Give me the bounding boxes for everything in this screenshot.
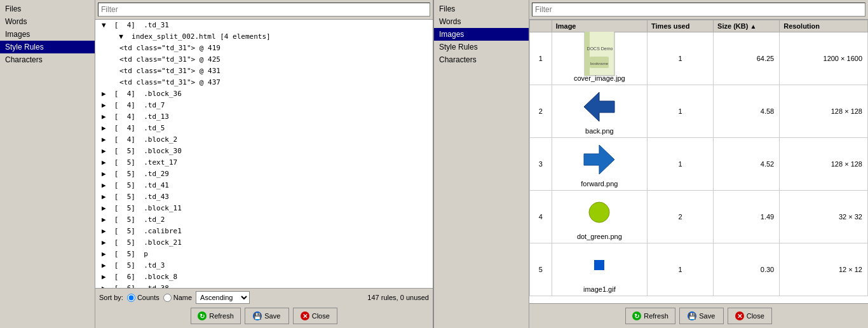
sort-name-radio[interactable] (163, 294, 172, 302)
right-close-button[interactable]: ✕ Close (728, 308, 772, 324)
sort-counts-label[interactable]: Counts (127, 294, 159, 302)
right-button-bar: ↻ Refresh 💾 Save ✕ Close (533, 306, 864, 325)
col-times-used[interactable]: Times used (648, 20, 714, 32)
tree-row[interactable]: <td class="td_31"> @ 437 (95, 77, 433, 88)
row-size: 1.49 (714, 191, 780, 243)
tree-row[interactable]: ▶ [ 5] .td_2 (95, 214, 433, 226)
close-icon: ✕ (735, 311, 744, 320)
svg-text:DOCS Demo: DOCS Demo (587, 46, 613, 51)
style-rules-tree[interactable]: ▼ [ 4] .td_31 ▼ index_split_002.html [4 … (95, 20, 433, 288)
tree-row[interactable]: ▶ [ 5] .block_30 (95, 146, 433, 157)
tree-row[interactable]: ▼ index_split_002.html [4 elements] (95, 31, 433, 43)
refresh-icon: ↻ (198, 311, 207, 320)
table-row[interactable]: 1 DOCS Demo bookname (530, 32, 868, 85)
image-name: dot_green.png (556, 233, 643, 240)
tree-row[interactable]: ▶ [ 4] .td_7 (95, 100, 433, 111)
forward-arrow-thumb (579, 142, 620, 177)
sidebar-item-words-right[interactable]: Words (434, 15, 529, 28)
row-num: 2 (530, 85, 552, 138)
sidebar-item-stylerules-left[interactable]: Style Rules (0, 41, 95, 53)
sidebar-item-characters-left[interactable]: Characters (0, 53, 95, 66)
image-name: image1.gif (556, 285, 643, 293)
table-row[interactable]: 4 dot_green.png 2 1.49 32 × 32 (530, 191, 868, 243)
tree-row[interactable]: ▶ [ 5] .td_41 (95, 180, 433, 191)
left-panel: Files Words Images Style Rules Character… (0, 0, 434, 328)
sidebar-item-words-left[interactable]: Words (0, 15, 95, 28)
sidebar-item-characters-right[interactable]: Characters (434, 53, 529, 66)
row-size: 4.58 (714, 85, 780, 138)
tree-row[interactable]: ▶ [ 5] p (95, 249, 433, 260)
image-thumb (574, 246, 625, 284)
left-save-button[interactable]: 💾 Save (245, 308, 289, 324)
image-thumb: DOCS Demo bookname (574, 35, 625, 73)
left-main-area: ▼ [ 4] .td_31 ▼ index_split_002.html [4 … (95, 0, 433, 328)
image-thumb (574, 193, 625, 231)
tree-row[interactable]: <td class="td_31"> @ 431 (95, 65, 433, 77)
sidebar-item-files-left[interactable]: Files (0, 3, 95, 15)
col-image[interactable]: Image (552, 20, 647, 32)
image-name: forward.png (556, 180, 643, 188)
tree-row[interactable]: ▶ [ 5] .calibre1 (95, 226, 433, 237)
row-resolution: 128 × 128 (780, 85, 868, 138)
tree-row[interactable]: ▶ [ 5] .block_11 (95, 203, 433, 214)
col-resolution[interactable]: Resolution (780, 20, 868, 32)
sidebar-item-stylerules-right[interactable]: Style Rules (434, 41, 529, 53)
sidebar-item-images-left[interactable]: Images (0, 28, 95, 41)
tree-row[interactable]: ▶ [ 6] .block_8 (95, 271, 433, 283)
row-times-used: 2 (648, 191, 714, 243)
tree-row[interactable]: ▶ [ 5] .td_29 (95, 168, 433, 180)
table-row[interactable]: 2 back.png 1 4.58 128 × 128 (530, 85, 868, 138)
row-times-used: 1 (648, 32, 714, 85)
left-refresh-button[interactable]: ↻ Refresh (191, 308, 241, 324)
sort-order-select[interactable]: Ascending Descending (196, 291, 250, 304)
sort-counts-radio[interactable] (127, 294, 135, 302)
tree-row[interactable]: ▶ [ 4] .block_2 (95, 134, 433, 146)
right-panel: Files Words Images Style Rules Character… (434, 0, 868, 328)
right-main-area: Image Times used Size (KB) ▲ Resolution … (529, 0, 868, 328)
tree-row[interactable]: <td class="td_31"> @ 419 (95, 43, 433, 54)
row-image: image1.gif (552, 243, 647, 296)
table-row[interactable]: 3 forward.png 1 4.52 128 × 128 (530, 138, 868, 191)
row-times-used: 1 (648, 85, 714, 138)
svg-rect-1 (585, 31, 590, 76)
image-thumb (574, 88, 625, 126)
row-image: DOCS Demo bookname cover_image.jpg (552, 32, 647, 85)
col-size[interactable]: Size (KB) ▲ (714, 20, 780, 32)
row-times-used: 1 (648, 243, 714, 296)
image-thumb (574, 140, 625, 179)
cover-image-thumb: DOCS Demo bookname (582, 31, 617, 77)
images-table: Image Times used Size (KB) ▲ Resolution … (529, 20, 868, 296)
sort-name-text: Name (173, 294, 192, 301)
left-sidebar: Files Words Images Style Rules Character… (0, 0, 95, 328)
tree-row[interactable]: <td class="td_31"> @ 425 (95, 54, 433, 65)
right-save-button[interactable]: 💾 Save (679, 308, 724, 324)
tree-row[interactable]: ▶ [ 5] .td_43 (95, 191, 433, 203)
tree-row[interactable]: ▶ [ 4] .block_36 (95, 88, 433, 100)
svg-point-7 (589, 202, 609, 222)
tree-row[interactable]: ▶ [ 5] .td_3 (95, 260, 433, 271)
svg-marker-6 (584, 145, 614, 174)
row-num: 5 (530, 243, 552, 296)
tree-row[interactable]: ▼ [ 4] .td_31 (95, 20, 433, 31)
row-num: 3 (530, 138, 552, 191)
row-resolution: 128 × 128 (780, 138, 868, 191)
table-row[interactable]: 5 image1.gif 1 0.30 12 × 12 (530, 243, 868, 296)
back-arrow-thumb (579, 90, 620, 124)
sidebar-item-images-right[interactable]: Images (434, 28, 529, 41)
sort-name-label[interactable]: Name (163, 294, 192, 302)
tree-row[interactable]: ▶ [ 5] .block_21 (95, 237, 433, 249)
tree-row[interactable]: ▶ [ 4] .td_5 (95, 123, 433, 134)
dot-green-thumb (588, 201, 611, 224)
sort-counts-text: Counts (137, 294, 159, 301)
right-refresh-button[interactable]: ↻ Refresh (625, 308, 675, 324)
image-name: cover_image.jpg (556, 74, 643, 82)
tree-row[interactable]: ▶ [ 5] .text_17 (95, 157, 433, 168)
left-filter-input[interactable] (98, 3, 430, 17)
right-filter-input[interactable] (532, 3, 865, 17)
row-size: 64.25 (714, 32, 780, 85)
tree-row[interactable]: ▶ [ 6] .td_38 (95, 283, 433, 288)
tree-row[interactable]: ▶ [ 4] .td_13 (95, 111, 433, 123)
images-table-container[interactable]: Image Times used Size (KB) ▲ Resolution … (529, 20, 868, 303)
sidebar-item-files-right[interactable]: Files (434, 3, 529, 15)
left-close-button[interactable]: ✕ Close (293, 308, 337, 324)
